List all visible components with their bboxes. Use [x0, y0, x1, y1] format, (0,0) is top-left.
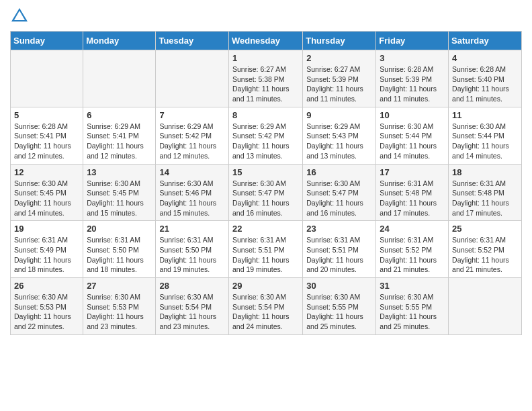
- cell-content: Sunrise: 6:27 AM Sunset: 5:38 PM Dayligh…: [232, 64, 299, 104]
- day-header-sunday: Sunday: [11, 32, 83, 50]
- daylight-text: Daylight: 11 hours and 13 minutes.: [306, 142, 363, 160]
- daylight-text: Daylight: 11 hours and 12 minutes.: [159, 142, 216, 160]
- sunrise-text: Sunrise: 6:30 AM: [87, 293, 140, 301]
- cell-content: Sunrise: 6:30 AM Sunset: 5:44 PM Dayligh…: [452, 122, 518, 161]
- sunset-text: Sunset: 5:50 PM: [87, 246, 139, 254]
- day-number: 21: [159, 224, 225, 234]
- sunrise-text: Sunrise: 6:30 AM: [452, 122, 506, 130]
- sunset-text: Sunset: 5:54 PM: [159, 303, 212, 311]
- cell-content: Sunrise: 6:31 AM Sunset: 5:52 PM Dayligh…: [380, 235, 445, 275]
- daylight-text: Daylight: 11 hours and 12 minutes.: [14, 142, 71, 160]
- daylight-text: Daylight: 11 hours and 21 minutes.: [380, 256, 437, 274]
- cell-content: Sunrise: 6:31 AM Sunset: 5:50 PM Dayligh…: [87, 235, 152, 275]
- calendar-week-row: 1 Sunrise: 6:27 AM Sunset: 5:38 PM Dayli…: [11, 50, 522, 107]
- day-number: 1: [232, 53, 299, 63]
- day-header-friday: Friday: [376, 32, 449, 50]
- day-number: 13: [87, 167, 152, 177]
- day-number: 7: [159, 110, 225, 120]
- calendar-cell: [83, 50, 156, 107]
- cell-content: Sunrise: 6:31 AM Sunset: 5:52 PM Dayligh…: [452, 235, 518, 275]
- day-number: 10: [380, 110, 445, 120]
- sunset-text: Sunset: 5:40 PM: [452, 75, 504, 83]
- daylight-text: Daylight: 11 hours and 15 minutes.: [159, 199, 216, 217]
- calendar-cell: 13 Sunrise: 6:30 AM Sunset: 5:45 PM Dayl…: [83, 164, 156, 221]
- sunset-text: Sunset: 5:52 PM: [452, 246, 504, 254]
- calendar-week-row: 26 Sunrise: 6:30 AM Sunset: 5:53 PM Dayl…: [11, 278, 522, 335]
- calendar-cell: 5 Sunrise: 6:28 AM Sunset: 5:41 PM Dayli…: [11, 107, 83, 164]
- calendar-cell: 25 Sunrise: 6:31 AM Sunset: 5:52 PM Dayl…: [449, 221, 522, 278]
- calendar-cell: 3 Sunrise: 6:28 AM Sunset: 5:39 PM Dayli…: [376, 50, 449, 107]
- cell-content: Sunrise: 6:30 AM Sunset: 5:55 PM Dayligh…: [380, 292, 445, 332]
- calendar-cell: 21 Sunrise: 6:31 AM Sunset: 5:50 PM Dayl…: [156, 221, 229, 278]
- cell-content: Sunrise: 6:31 AM Sunset: 5:51 PM Dayligh…: [232, 235, 299, 275]
- day-number: 2: [306, 53, 372, 63]
- day-number: 18: [452, 167, 518, 177]
- daylight-text: Daylight: 11 hours and 13 minutes.: [232, 142, 290, 160]
- calendar-week-row: 12 Sunrise: 6:30 AM Sunset: 5:45 PM Dayl…: [11, 164, 522, 221]
- cell-content: Sunrise: 6:30 AM Sunset: 5:53 PM Dayligh…: [14, 292, 79, 332]
- calendar-week-row: 5 Sunrise: 6:28 AM Sunset: 5:41 PM Dayli…: [11, 107, 522, 164]
- day-number: 11: [452, 110, 518, 120]
- sunrise-text: Sunrise: 6:31 AM: [159, 236, 213, 244]
- cell-content: Sunrise: 6:29 AM Sunset: 5:43 PM Dayligh…: [306, 122, 372, 161]
- cell-content: Sunrise: 6:31 AM Sunset: 5:49 PM Dayligh…: [14, 235, 79, 275]
- cell-content: Sunrise: 6:30 AM Sunset: 5:44 PM Dayligh…: [380, 122, 445, 161]
- day-number: 14: [159, 167, 225, 177]
- sunrise-text: Sunrise: 6:30 AM: [306, 293, 360, 301]
- daylight-text: Daylight: 11 hours and 16 minutes.: [306, 199, 363, 217]
- cell-content: Sunrise: 6:31 AM Sunset: 5:48 PM Dayligh…: [380, 179, 445, 218]
- sunset-text: Sunset: 5:48 PM: [452, 189, 504, 197]
- day-number: 3: [380, 53, 445, 63]
- sunset-text: Sunset: 5:42 PM: [232, 132, 285, 140]
- calendar-cell: 18 Sunrise: 6:31 AM Sunset: 5:48 PM Dayl…: [449, 164, 522, 221]
- day-number: 26: [14, 281, 79, 291]
- sunset-text: Sunset: 5:45 PM: [14, 189, 66, 197]
- calendar-cell: 23 Sunrise: 6:31 AM Sunset: 5:51 PM Dayl…: [303, 221, 376, 278]
- logo-icon: [10, 7, 29, 26]
- calendar-cell: 19 Sunrise: 6:31 AM Sunset: 5:49 PM Dayl…: [11, 221, 83, 278]
- sunrise-text: Sunrise: 6:31 AM: [14, 236, 68, 244]
- sunset-text: Sunset: 5:53 PM: [14, 303, 66, 311]
- daylight-text: Daylight: 11 hours and 24 minutes.: [232, 312, 290, 330]
- sunset-text: Sunset: 5:41 PM: [87, 132, 139, 140]
- day-number: 17: [380, 167, 445, 177]
- daylight-text: Daylight: 11 hours and 25 minutes.: [306, 312, 363, 330]
- calendar-cell: 11 Sunrise: 6:30 AM Sunset: 5:44 PM Dayl…: [449, 107, 522, 164]
- sunset-text: Sunset: 5:47 PM: [232, 189, 285, 197]
- sunset-text: Sunset: 5:49 PM: [14, 246, 66, 254]
- daylight-text: Daylight: 11 hours and 14 minutes.: [380, 142, 437, 160]
- sunrise-text: Sunrise: 6:27 AM: [232, 65, 286, 73]
- day-number: 16: [306, 167, 372, 177]
- sunset-text: Sunset: 5:51 PM: [232, 246, 285, 254]
- daylight-text: Daylight: 11 hours and 18 minutes.: [87, 256, 144, 274]
- daylight-text: Daylight: 11 hours and 11 minutes.: [452, 85, 509, 103]
- daylight-text: Daylight: 11 hours and 11 minutes.: [232, 85, 290, 103]
- calendar-cell: 15 Sunrise: 6:30 AM Sunset: 5:47 PM Dayl…: [228, 164, 302, 221]
- daylight-text: Daylight: 11 hours and 14 minutes.: [14, 199, 71, 217]
- daylight-text: Daylight: 11 hours and 23 minutes.: [87, 312, 144, 330]
- calendar-cell: 10 Sunrise: 6:30 AM Sunset: 5:44 PM Dayl…: [376, 107, 449, 164]
- daylight-text: Daylight: 11 hours and 19 minutes.: [159, 256, 216, 274]
- calendar-cell: [156, 50, 229, 107]
- day-number: 27: [87, 281, 152, 291]
- cell-content: Sunrise: 6:28 AM Sunset: 5:40 PM Dayligh…: [452, 64, 518, 104]
- sunrise-text: Sunrise: 6:29 AM: [87, 122, 140, 130]
- sunrise-text: Sunrise: 6:30 AM: [14, 179, 68, 187]
- sunset-text: Sunset: 5:47 PM: [306, 189, 359, 197]
- cell-content: Sunrise: 6:27 AM Sunset: 5:39 PM Dayligh…: [306, 64, 372, 104]
- cell-content: Sunrise: 6:30 AM Sunset: 5:45 PM Dayligh…: [87, 179, 152, 218]
- sunset-text: Sunset: 5:52 PM: [380, 246, 432, 254]
- cell-content: Sunrise: 6:29 AM Sunset: 5:41 PM Dayligh…: [87, 122, 152, 161]
- sunrise-text: Sunrise: 6:29 AM: [159, 122, 213, 130]
- sunset-text: Sunset: 5:55 PM: [380, 303, 432, 311]
- calendar-cell: [449, 278, 522, 335]
- day-header-monday: Monday: [83, 32, 156, 50]
- daylight-text: Daylight: 11 hours and 17 minutes.: [380, 199, 437, 217]
- daylight-text: Daylight: 11 hours and 14 minutes.: [452, 142, 509, 160]
- calendar-cell: 30 Sunrise: 6:30 AM Sunset: 5:55 PM Dayl…: [303, 278, 376, 335]
- sunrise-text: Sunrise: 6:30 AM: [306, 179, 360, 187]
- day-number: 15: [232, 167, 299, 177]
- sunrise-text: Sunrise: 6:30 AM: [380, 122, 433, 130]
- sunset-text: Sunset: 5:41 PM: [14, 132, 66, 140]
- cell-content: Sunrise: 6:31 AM Sunset: 5:51 PM Dayligh…: [306, 235, 372, 275]
